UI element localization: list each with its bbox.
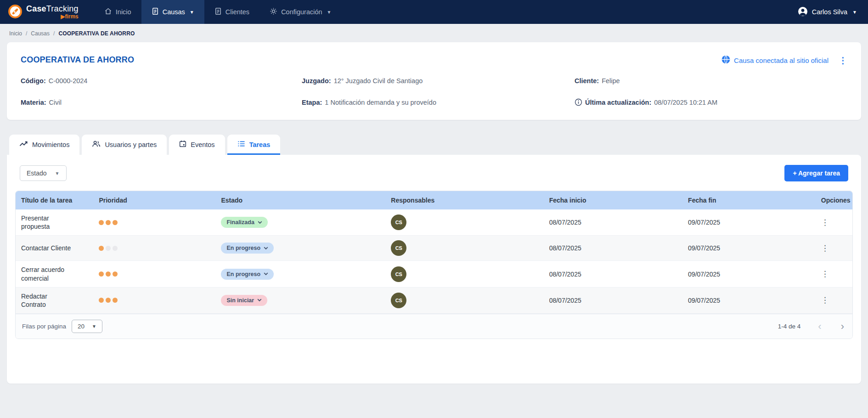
status-badge[interactable]: Finalizada (221, 217, 267, 228)
home-icon (104, 7, 112, 17)
nav-item-causas[interactable]: Causas ▼ (141, 0, 204, 24)
start-date: 08/07/2025 (544, 214, 682, 231)
breadcrumb-current: COOPERATIVA DE AHORRO (58, 30, 135, 37)
chevron-down-icon (258, 221, 262, 224)
casetracking-logo-icon (8, 5, 22, 20)
col-fecha-inicio: Fecha inicio (544, 191, 682, 209)
task-title: Presentar propuesta (16, 209, 76, 235)
end-date: 09/07/2025 (682, 266, 816, 282)
table-body: Presentar propuesta Finalizada CS 08/07/… (16, 209, 852, 314)
case-tabs: Movimientos Usuarios y partes Eventos Ta… (9, 135, 868, 155)
task-title: Cerrar acuerdo comercial (16, 261, 76, 287)
pagination-range: 1-4 de 4 (778, 323, 801, 330)
nav-item-configuracion[interactable]: Configuración ▼ (259, 0, 341, 24)
priority-dots (99, 220, 211, 225)
agregar-tarea-button[interactable]: + Agregar tarea (784, 165, 848, 181)
priority-dots (99, 271, 211, 277)
chevron-down-icon: ▼ (190, 10, 194, 15)
row-options-kebab-icon[interactable]: ⋮ (821, 295, 829, 305)
document-icon (214, 7, 222, 17)
col-prioridad: Prioridad (93, 191, 215, 209)
avatar[interactable]: CS (391, 293, 406, 308)
start-date: 08/07/2025 (544, 266, 682, 282)
brand-name: CaseTracking (26, 5, 79, 13)
avatar[interactable]: CS (391, 240, 406, 256)
case-fields: Código: C-0000-2024 Juzgado: 12° Juzgado… (21, 77, 847, 106)
col-responsables: Responsables (385, 191, 543, 209)
field-ultima-actualizacion: Última actualización: 08/07/2025 10:21 A… (575, 98, 847, 106)
globe-icon (721, 55, 730, 65)
top-navbar: CaseTracking ▶firms Inicio Causas ▼ (0, 0, 868, 24)
row-options-kebab-icon[interactable]: ⋮ (821, 218, 829, 227)
breadcrumb: Inicio / Causas / COOPERATIVA DE AHORRO (0, 24, 868, 41)
users-icon (92, 140, 101, 149)
nav-item-clientes[interactable]: Clientes (204, 0, 259, 24)
end-date: 09/07/2025 (682, 292, 816, 309)
connected-site-link[interactable]: Causa conectada al sitio oficial (721, 55, 829, 65)
tab-eventos[interactable]: Eventos (169, 135, 225, 155)
avatar[interactable]: CS (391, 215, 406, 230)
case-header-card: COOPERATIVA DE AHORRO Causa conectada al… (7, 42, 861, 120)
tab-usuarios-y-partes[interactable]: Usuarios y partes (82, 135, 167, 155)
document-icon (152, 7, 159, 17)
rows-per-page-label: Filas por página (22, 323, 66, 330)
calendar-icon (179, 140, 186, 149)
chevron-down-icon: ▼ (55, 171, 60, 176)
table-row: Redactar Contrato Sin iniciar CS 08/07/2… (16, 288, 852, 314)
table-row: Presentar propuesta Finalizada CS 08/07/… (16, 209, 852, 236)
tareas-panel: Estado ▼ + Agregar tarea Título de la ta… (7, 155, 861, 384)
list-icon (237, 141, 245, 148)
table-header-row: Título de la tarea Prioridad Estado Resp… (16, 191, 852, 209)
status-badge[interactable]: En progreso (221, 269, 274, 280)
chevron-down-icon (264, 272, 268, 276)
next-page-icon[interactable]: › (839, 322, 846, 332)
chevron-down-icon (257, 299, 262, 302)
col-fecha-fin: Fecha fin (682, 191, 816, 209)
user-menu[interactable]: Carlos Silva ▼ (798, 0, 857, 24)
info-icon (575, 98, 582, 106)
chevron-down-icon: ▼ (327, 10, 332, 15)
table-row: Contactar Cliente En progreso CS 08/07/2… (16, 236, 852, 261)
col-titulo: Título de la tarea (16, 191, 93, 209)
user-name: Carlos Silva (812, 8, 847, 16)
task-title: Redactar Contrato (16, 288, 76, 313)
field-materia: Materia: Civil (21, 98, 302, 106)
table-footer: Filas por página 20 ▼ 1-4 de 4 ‹ › (16, 314, 852, 339)
case-title: COOPERATIVA DE AHORRO (21, 55, 134, 65)
start-date: 08/07/2025 (544, 240, 682, 256)
priority-dots (99, 246, 211, 251)
tasks-table: Título de la tarea Prioridad Estado Resp… (15, 191, 853, 339)
breadcrumb-inicio[interactable]: Inicio (9, 30, 22, 37)
avatar[interactable]: CS (391, 266, 406, 282)
chevron-down-icon (264, 247, 268, 250)
tab-tareas[interactable]: Tareas (227, 135, 281, 155)
row-options-kebab-icon[interactable]: ⋮ (821, 243, 829, 253)
end-date: 09/07/2025 (682, 214, 816, 231)
status-badge[interactable]: Sin iniciar (221, 295, 267, 306)
end-date: 09/07/2025 (682, 240, 816, 256)
priority-dots (99, 298, 211, 303)
estado-filter-select[interactable]: Estado ▼ (20, 165, 67, 181)
status-badge[interactable]: En progreso (221, 243, 274, 254)
case-options-kebab-icon[interactable]: ⋮ (839, 56, 847, 65)
breadcrumb-causas[interactable]: Causas (31, 30, 50, 37)
start-date: 08/07/2025 (544, 292, 682, 309)
col-estado: Estado (215, 191, 385, 209)
gear-icon (270, 7, 277, 17)
col-opciones: Opciones (816, 191, 853, 209)
nav-item-inicio[interactable]: Inicio (94, 0, 141, 24)
table-row: Cerrar acuerdo comercial En progreso CS … (16, 261, 852, 287)
field-cliente: Cliente: Felipe (575, 77, 847, 85)
rows-per-page-select[interactable]: 20 ▼ (72, 320, 102, 333)
tab-movimientos[interactable]: Movimientos (9, 135, 79, 155)
brand-logo[interactable]: CaseTracking ▶firms (8, 0, 79, 24)
row-options-kebab-icon[interactable]: ⋮ (821, 269, 829, 279)
prev-page-icon[interactable]: ‹ (816, 322, 823, 332)
field-codigo: Código: C-0000-2024 (21, 77, 302, 85)
line-chart-icon (19, 141, 28, 149)
field-etapa: Etapa: 1 Notificación demanda y su prove… (302, 98, 575, 106)
brand-firms: ▶firms (26, 14, 79, 19)
main-nav: Inicio Causas ▼ Clientes (94, 0, 342, 24)
user-circle-icon (798, 6, 808, 18)
field-juzgado: Juzgado: 12° Juzgado Civil de Santiago (302, 77, 575, 85)
